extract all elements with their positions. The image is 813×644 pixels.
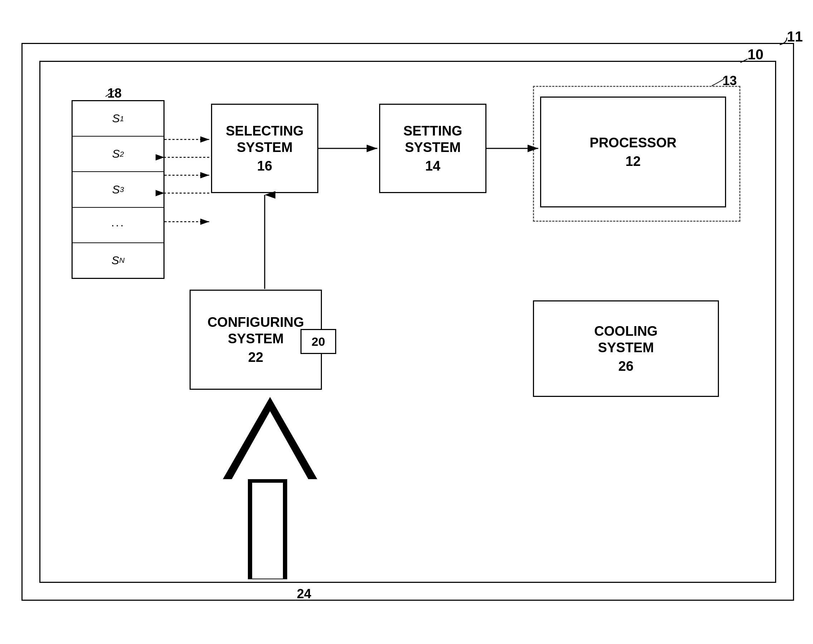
- selecting-system-label: SELECTING SYSTEM: [226, 123, 303, 156]
- states-box: S1 S2 S3 ··· SN: [72, 100, 164, 279]
- setting-system-number: 14: [425, 158, 440, 174]
- selecting-system-box: SELECTING SYSTEM 16: [211, 104, 318, 193]
- box-20: 20: [301, 329, 336, 354]
- cooling-system-number: 26: [618, 359, 634, 374]
- state-dots: ···: [73, 208, 163, 243]
- state-sn: SN: [73, 243, 163, 278]
- cooling-system-box: COOLING SYSTEM 26: [533, 301, 719, 397]
- label-13: 13: [722, 73, 737, 88]
- diagram: 11 10 18 S1 S2 S3 ··· SN SELECTING SYSTE…: [0, 0, 813, 644]
- label-11: 11: [787, 29, 803, 45]
- processor-box: PROCESSOR 12: [540, 97, 726, 207]
- state-s3: S3: [73, 172, 163, 207]
- configuring-system-number: 22: [248, 350, 263, 365]
- setting-system-box: SETTING SYSTEM 14: [379, 104, 486, 193]
- state-s2: S2: [73, 136, 163, 172]
- processor-number: 12: [626, 154, 641, 169]
- label-10: 10: [747, 46, 764, 63]
- configuring-system-label: CONFIGURING SYSTEM: [207, 314, 304, 347]
- processor-label: PROCESSOR: [590, 135, 677, 151]
- label-24: 24: [297, 586, 311, 601]
- label-18: 18: [107, 86, 121, 101]
- selecting-system-number: 16: [257, 158, 272, 174]
- cooling-system-label: COOLING SYSTEM: [594, 323, 657, 356]
- setting-system-label: SETTING SYSTEM: [403, 123, 462, 156]
- state-s1: S1: [73, 101, 163, 136]
